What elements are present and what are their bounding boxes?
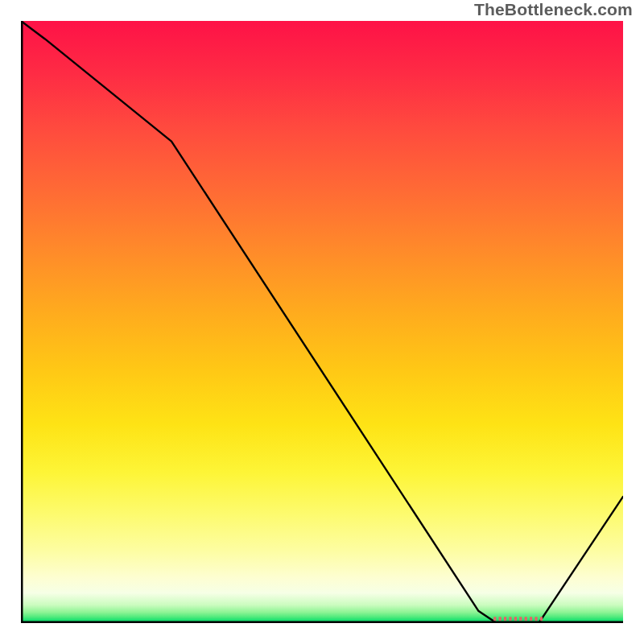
attribution-text: TheBottleneck.com bbox=[474, 0, 633, 19]
plot-gradient-background bbox=[21, 21, 623, 623]
page-root: { "attribution": "TheBottleneck.com", "c… bbox=[0, 0, 644, 644]
plot-container bbox=[21, 21, 623, 623]
